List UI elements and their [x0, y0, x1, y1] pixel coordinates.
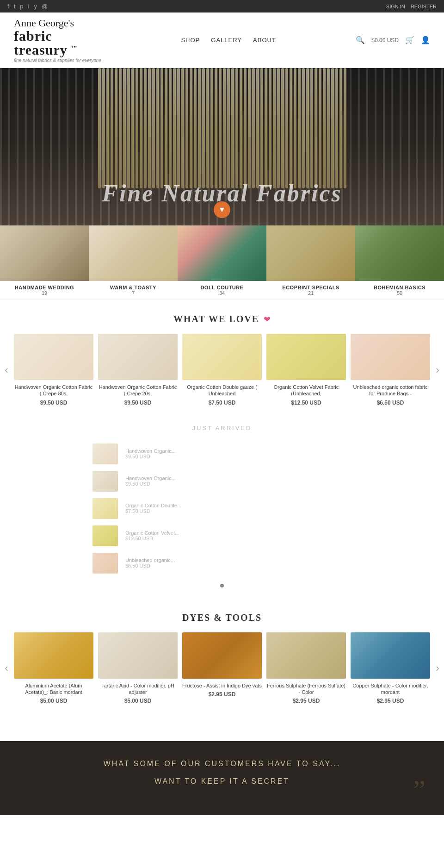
hero-scroll-button[interactable]: ▼	[214, 201, 230, 218]
dye-card-5[interactable]: Copper Sulphate - Color modifier, mordan…	[351, 632, 430, 705]
dye-img-2	[98, 632, 178, 679]
just-arrived-section: JUST ARRIVED Handwoven Organic... $9.50 …	[0, 415, 444, 603]
ja-price-1: $9.50 USD	[125, 454, 352, 459]
dye-name-1: Aluminium Acetate (Alum Acetate)_: Basic…	[14, 682, 93, 696]
dyes-products-row: Aluminium Acetate (Alum Acetate)_: Basic…	[14, 632, 430, 705]
just-arrived-item-4[interactable]: Organic Cotton Velvet... $12.50 USD	[92, 523, 352, 549]
collection-bohemian[interactable]: BOHEMIAN BASICS 50	[355, 225, 444, 300]
product-name-2: Handwoven Organic Cotton Fabric ( Crepe …	[98, 384, 178, 397]
product-price-1: $9.50 USD	[14, 400, 93, 406]
collection-warmtoasty-name: WARM & TOASTY	[91, 285, 176, 290]
just-arrived-item-2[interactable]: Handwoven Organic... $9.50 USD	[92, 468, 352, 494]
product-card-2[interactable]: Handwoven Organic Cotton Fabric ( Crepe …	[98, 334, 178, 406]
collection-warmtoasty-count: 7	[91, 290, 176, 296]
collection-ecoprint-img	[266, 225, 355, 281]
carousel-left-arrow[interactable]: ‹	[0, 359, 13, 381]
user-icon[interactable]: 👤	[421, 36, 430, 44]
logo[interactable]: Anne George's fabric treasury ™ fine nat…	[14, 17, 101, 63]
collection-handmade-wedding[interactable]: HANDMADE WEDDING 19	[0, 225, 89, 300]
social-links: f t p i y @	[7, 3, 48, 10]
signin-link[interactable]: SIGN IN	[386, 4, 405, 9]
product-img-2	[98, 334, 178, 380]
email-icon[interactable]: @	[42, 3, 48, 10]
product-card-3[interactable]: Organic Cotton Double gauze ( Unbleached…	[182, 334, 262, 406]
ja-name-1: Handwoven Organic...	[125, 448, 352, 454]
nav-gallery[interactable]: GALLERY	[211, 37, 242, 44]
product-img-4	[266, 334, 346, 380]
ja-thumb-3	[92, 498, 118, 519]
secret-text: WANT TO KEEP IT A SECRET	[28, 777, 416, 786]
carousel-right-arrow[interactable]: ›	[431, 359, 444, 381]
collection-bohemian-count: 50	[357, 290, 442, 296]
dye-price-5: $2.95 USD	[351, 698, 430, 704]
products-carousel: ‹ Handwoven Organic Cotton Fabric ( Crep…	[0, 334, 444, 406]
dye-card-1[interactable]: Aluminium Acetate (Alum Acetate)_: Basic…	[14, 632, 93, 705]
dye-price-1: $5.00 USD	[14, 698, 93, 704]
product-card-4[interactable]: Organic Cotton Velvet Fabric (Unbleached…	[266, 334, 346, 406]
dye-price-3: $2.95 USD	[182, 691, 262, 698]
just-arrived-item-3[interactable]: Organic Cotton Double... $7.50 USD	[92, 495, 352, 522]
ja-thumb-5	[92, 553, 118, 574]
dye-name-2: Tartaric Acid - Color modifier, pH adjus…	[98, 682, 178, 696]
dye-card-2[interactable]: Tartaric Acid - Color modifier, pH adjus…	[98, 632, 178, 705]
dye-card-4[interactable]: Ferrous Sulphate (Ferrous Sulfate) - Col…	[266, 632, 346, 705]
dye-name-5: Copper Sulphate - Color modifier, mordan…	[351, 682, 430, 696]
search-icon[interactable]: 🔍	[356, 36, 365, 44]
dyes-carousel-right[interactable]: ›	[431, 657, 444, 679]
dyes-carousel-left[interactable]: ‹	[0, 657, 13, 679]
logo-script: Anne George's	[14, 17, 74, 29]
logo-tagline: fine natural fabrics & supplies for ever…	[14, 58, 101, 63]
cart-icon[interactable]: 🛒	[405, 36, 414, 44]
twitter-icon[interactable]: t	[14, 3, 16, 10]
collection-warm-toasty[interactable]: WARM & TOASTY 7	[89, 225, 178, 300]
what-we-love-title: WHAT WE LOVE	[173, 314, 259, 325]
ja-name-2: Handwoven Organic...	[125, 475, 352, 481]
ja-info-5: Unbleached organic... $6.50 USD	[125, 557, 352, 568]
facebook-icon[interactable]: f	[7, 3, 9, 10]
nav-about[interactable]: ABOUT	[253, 37, 276, 44]
collection-doll-couture[interactable]: DOLL COUTURE 34	[178, 225, 266, 300]
product-img-1	[14, 334, 93, 380]
dye-name-4: Ferrous Sulphate (Ferrous Sulfate) - Col…	[266, 682, 346, 696]
hero-section: Fine Natural Fabrics ▼	[0, 68, 444, 225]
dye-img-5	[351, 632, 430, 679]
dyes-carousel: ‹ Aluminium Acetate (Alum Acetate)_: Bas…	[0, 632, 444, 705]
product-name-3: Organic Cotton Double gauze ( Unbleached	[182, 384, 262, 397]
product-price-2: $9.50 USD	[98, 400, 178, 406]
ja-info-4: Organic Cotton Velvet... $12.50 USD	[125, 530, 352, 541]
instagram-icon[interactable]: i	[28, 3, 29, 10]
youtube-icon[interactable]: y	[34, 3, 37, 10]
top-bar: f t p i y @ SIGN IN REGISTER	[0, 0, 444, 12]
testimonials-section: WHAT SOME OF OUR CUSTOMERS HAVE TO SAY..…	[0, 741, 444, 815]
ja-price-5: $6.50 USD	[125, 563, 352, 568]
product-card-1[interactable]: Handwoven Organic Cotton Fabric ( Crepe …	[14, 334, 93, 406]
just-arrived-item-1[interactable]: Handwoven Organic... $9.50 USD	[92, 441, 352, 467]
collection-handmade-name: HANDMADE WEDDING	[2, 285, 87, 290]
cart-amount: $0.00 USD	[371, 37, 399, 44]
dye-card-3[interactable]: Fructose - Assist in Indigo Dye vats $2.…	[182, 632, 262, 705]
heart-icon: ❤	[264, 314, 271, 325]
logo-tm: ™	[71, 44, 77, 51]
product-img-3	[182, 334, 262, 380]
pinterest-icon[interactable]: p	[20, 3, 23, 10]
collections-row: HANDMADE WEDDING 19 WARM & TOASTY 7 DOLL…	[0, 225, 444, 300]
product-img-5	[351, 334, 430, 380]
dyes-tools-section: DYES & TOOLS ‹ Aluminium Acetate (Alum A…	[0, 603, 444, 723]
spacer	[0, 723, 444, 741]
what-we-love-header: WHAT WE LOVE ❤	[0, 300, 444, 334]
ja-thumb-2	[92, 471, 118, 492]
dye-img-4	[266, 632, 346, 679]
dot-1[interactable]	[220, 584, 224, 587]
collection-ecoprint[interactable]: ECOPRINT SPECIALS 21	[266, 225, 355, 300]
ja-name-3: Organic Cotton Double...	[125, 503, 352, 508]
product-price-3: $7.50 USD	[182, 400, 262, 406]
product-price-4: $12.50 USD	[266, 400, 346, 406]
quote-mark-icon: ”	[413, 774, 426, 806]
header-icons: 🔍 $0.00 USD 🛒 👤	[356, 36, 430, 44]
register-link[interactable]: REGISTER	[411, 4, 437, 9]
nav-shop[interactable]: SHOP	[181, 37, 200, 44]
just-arrived-title: JUST ARRIVED	[0, 425, 444, 431]
just-arrived-item-5[interactable]: Unbleached organic... $6.50 USD	[92, 550, 352, 576]
product-card-5[interactable]: Unbleached organic cotton fabric for Pro…	[351, 334, 430, 406]
ja-price-3: $7.50 USD	[125, 508, 352, 514]
